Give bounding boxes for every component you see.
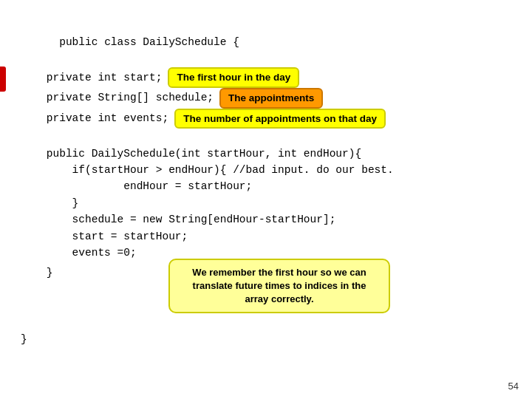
- code-line-5: [21, 129, 511, 145]
- code-line-8: endHour = startHour;: [21, 178, 511, 194]
- slide: public class DailySchedule { private int…: [0, 0, 532, 399]
- code-text-3: private String[] schedule;: [21, 89, 214, 106]
- code-line-4: private int events; The number of appoin…: [21, 109, 511, 129]
- code-line-9: }: [21, 195, 511, 211]
- code-line-11: start = startHour;: [21, 228, 511, 245]
- code-text-1: public class DailySchedule {: [59, 36, 239, 48]
- code-line-10: schedule = new String[endHour-startHour]…: [21, 211, 511, 228]
- callout-bottom: We remember the first hour so we can tra…: [168, 259, 390, 314]
- code-line-6: public DailySchedule(int startHour, int …: [21, 146, 511, 162]
- code-text-2: private int start;: [21, 69, 162, 86]
- callout-first-hour: The first hour in the day: [168, 67, 299, 88]
- code-line-14: }: [21, 331, 511, 347]
- code-text-4: private int events;: [21, 110, 168, 126]
- code-line-3: private String[] schedule; The appointme…: [21, 88, 511, 109]
- code-block: public class DailySchedule { private int…: [21, 18, 511, 348]
- callout-appointments: The appointments: [219, 88, 323, 109]
- code-line-2: private int start; The first hour in the…: [21, 67, 511, 88]
- page-number: 54: [508, 381, 519, 392]
- accent-bar: [0, 66, 6, 92]
- callout-num-appointments: The number of appointments on that day: [174, 109, 386, 129]
- code-line-13-wrapper: } We remember the first hour so we can t…: [21, 265, 511, 281]
- code-line-1: public class DailySchedule {: [21, 18, 511, 67]
- code-line-7: if(startHour > endHour){ //bad input. do…: [21, 162, 511, 178]
